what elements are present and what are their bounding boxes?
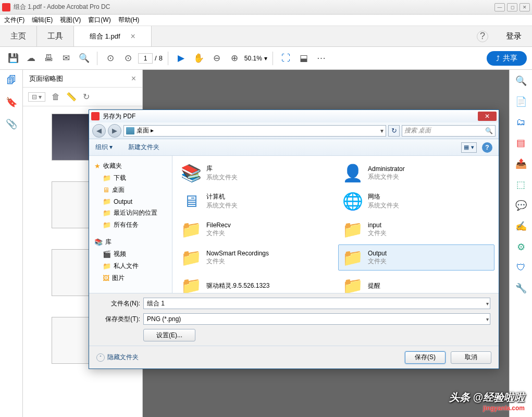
file-item[interactable]: 📁input文件夹	[338, 216, 494, 242]
chevron-up-icon: ˆ	[96, 353, 105, 362]
maximize-button[interactable]: ◻	[507, 3, 517, 11]
thumbnail-panel-title: 页面缩略图	[29, 74, 63, 83]
save-icon[interactable]: 💾	[5, 51, 21, 66]
export-icon[interactable]: 📤	[515, 158, 527, 169]
hide-folders-toggle[interactable]: ˆ 隐藏文件夹	[96, 353, 139, 362]
more-icon[interactable]: ⋯	[314, 51, 329, 66]
file-item[interactable]: 🖥计算机系统文件夹	[177, 188, 333, 214]
hand-icon[interactable]: ✋	[191, 51, 207, 66]
organize-icon[interactable]: ▤	[516, 137, 525, 149]
panel-close-icon[interactable]: ×	[131, 74, 136, 83]
fit-icon[interactable]: ⛶	[278, 51, 294, 66]
thumb-rotate-icon[interactable]: ↻	[83, 92, 90, 102]
pointer-icon[interactable]: ▶	[174, 51, 189, 66]
zoom-out-icon[interactable]: ⊖	[209, 51, 225, 66]
save-as-dialog: 另存为 PDF ✕ ◀ ▶ 桌面 ▸ ▾ ↻ 搜索 桌面 🔍 组织 ▾ 新建文件…	[89, 109, 499, 369]
dialog-titlebar: 另存为 PDF ✕	[89, 110, 499, 122]
file-item[interactable]: 📁FileRecv文件夹	[177, 216, 333, 242]
breadcrumb[interactable]: 桌面 ▸ ▾	[123, 125, 386, 137]
create-pdf-icon[interactable]: 📄	[515, 96, 527, 107]
menu-view[interactable]: 视图(V)	[60, 16, 81, 24]
left-rail: 🗐 🔖 📎	[0, 70, 23, 417]
close-button[interactable]: ✕	[519, 3, 530, 11]
tree-downloads[interactable]: 📁下载	[101, 172, 169, 184]
organize-menu[interactable]: 组织 ▾	[95, 143, 113, 152]
zoom-in-icon[interactable]: ⊕	[227, 51, 242, 66]
page-input[interactable]	[138, 53, 153, 64]
file-item[interactable]: 📁驱动精灵.9.5.526.1323	[177, 273, 333, 293]
tab-tools[interactable]: 工具	[37, 26, 74, 46]
file-type: 文件夹	[206, 229, 231, 238]
edit-icon[interactable]: ⬚	[516, 179, 525, 190]
tree-video[interactable]: 🎬视频	[101, 248, 169, 260]
file-item[interactable]: 📁提醒	[338, 273, 494, 293]
dialog-close-button[interactable]: ✕	[478, 112, 497, 121]
cloud-icon[interactable]: ☁	[23, 51, 39, 66]
lib-icon: 📚	[180, 163, 202, 183]
help-icon[interactable]: ?	[477, 31, 488, 42]
sign-icon[interactable]: ✍	[515, 220, 527, 232]
tree-pictures[interactable]: 🖼图片	[101, 272, 169, 284]
tree-output[interactable]: 📁Output	[101, 196, 169, 207]
file-item[interactable]: 📚库系统文件夹	[177, 160, 333, 186]
save-button[interactable]: 保存(S)	[405, 351, 446, 364]
tab-close-icon[interactable]: ×	[131, 32, 135, 41]
bookmark-icon[interactable]: 🔖	[6, 96, 17, 108]
dialog-help-icon[interactable]: ?	[482, 142, 492, 153]
file-name: 提醒	[368, 281, 380, 290]
file-item[interactable]: 🌐网络系统文件夹	[338, 188, 494, 214]
protect-icon[interactable]: 🛡	[516, 262, 526, 273]
tab-document[interactable]: 组合 1.pdf ×	[74, 26, 152, 46]
comment-icon[interactable]: 💬	[515, 200, 527, 211]
attachment-icon[interactable]: 📎	[6, 118, 17, 130]
file-item[interactable]: 📁NowSmart Recordings文件夹	[177, 244, 333, 271]
width-icon[interactable]: ⬓	[296, 51, 312, 66]
tree-favorites[interactable]: ★收藏夹	[92, 160, 169, 172]
nav-forward-button[interactable]: ▶	[108, 124, 121, 138]
page-down-icon[interactable]: ⊙	[120, 51, 136, 66]
tools-icon[interactable]: 🔧	[515, 283, 527, 294]
search-input[interactable]: 搜索 桌面 🔍	[402, 125, 496, 137]
filename-input[interactable]: 组合 1 ▾	[143, 298, 490, 309]
menu-help[interactable]: 帮助(H)	[118, 16, 140, 24]
file-item[interactable]: 👤Administrator系统文件夹	[338, 160, 494, 186]
tree-alltasks[interactable]: 📁所有任务	[101, 219, 169, 231]
file-type: 系统文件夹	[368, 201, 399, 210]
settings-button[interactable]: 设置(E)...	[143, 329, 195, 341]
tree-library[interactable]: 📚库	[92, 236, 169, 248]
thumb-options-icon[interactable]: ⊟ ▾	[28, 92, 45, 102]
menu-file[interactable]: 文件(F)	[4, 16, 24, 24]
login-button[interactable]: 登录	[496, 26, 532, 46]
print-icon[interactable]: 🖶	[41, 51, 56, 66]
mail-icon[interactable]: ✉	[58, 51, 74, 66]
thumb-delete-icon[interactable]: 🗑	[52, 92, 60, 102]
optimize-icon[interactable]: ⚙	[517, 241, 525, 253]
nav-back-button[interactable]: ◀	[92, 124, 106, 138]
new-folder-button[interactable]: 新建文件夹	[128, 143, 159, 152]
tab-document-label: 组合 1.pdf	[90, 32, 120, 41]
menu-edit[interactable]: 编辑(E)	[32, 16, 53, 24]
search-plus-icon[interactable]: 🔍	[515, 75, 527, 87]
menu-window[interactable]: 窗口(W)	[88, 16, 110, 24]
minimize-button[interactable]: —	[494, 3, 505, 11]
thumbnails-icon[interactable]: 🗐	[7, 75, 16, 86]
file-item[interactable]: 📁Output文件夹	[338, 244, 494, 271]
filetype-select[interactable]: PNG (*.png) ▾	[143, 313, 490, 325]
refresh-button[interactable]: ↻	[388, 125, 400, 137]
search-icon[interactable]: 🔍	[76, 51, 92, 66]
tree-desktop[interactable]: 🖥桌面	[101, 184, 169, 196]
share-button[interactable]: ⤴ 共享	[487, 51, 527, 66]
user-icon: 👤	[342, 163, 364, 183]
tab-home[interactable]: 主页	[0, 26, 37, 46]
view-mode-button[interactable]: ▦ ▾	[461, 142, 477, 153]
cancel-button[interactable]: 取消	[451, 351, 491, 364]
file-name: NowSmart Recordings	[206, 250, 269, 257]
page-up-icon[interactable]: ⊙	[103, 51, 118, 66]
file-name: Administrator	[368, 165, 405, 173]
dialog-icon	[91, 112, 100, 120]
tree-personal[interactable]: 📁私人文件	[101, 260, 169, 272]
zoom-select[interactable]: 50.1%▾	[244, 55, 267, 62]
combine-icon[interactable]: 🗂	[516, 117, 526, 128]
thumb-measure-icon[interactable]: 📏	[66, 92, 77, 102]
tree-recent[interactable]: 📁最近访问的位置	[101, 207, 169, 219]
